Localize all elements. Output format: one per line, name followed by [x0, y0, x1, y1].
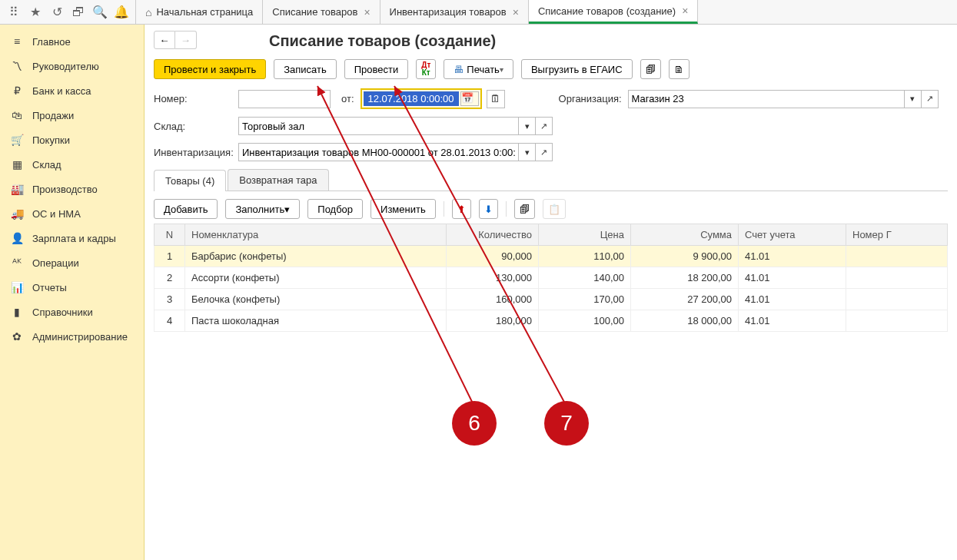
history-icon[interactable]: ↺	[46, 2, 68, 23]
tab-label: Списание товаров (создание)	[538, 5, 676, 17]
tab-tare[interactable]: Возвратная тара	[228, 169, 328, 191]
col-gtd[interactable]: Номер Г	[846, 224, 948, 246]
fill-button[interactable]: Заполнить ▾	[225, 199, 300, 219]
inventory-input[interactable]	[238, 143, 519, 161]
col-account[interactable]: Счет учета	[739, 224, 846, 246]
print-button[interactable]: Печать	[444, 59, 513, 79]
pick-button[interactable]: Подбор	[307, 199, 363, 219]
apps-icon[interactable]: ⠿	[3, 2, 25, 23]
row-number-date-org: Номер: от: 12.07.2018 0:00:00 📅 🗓 Органи…	[154, 88, 948, 109]
person-icon: 👤	[9, 232, 25, 244]
sidebar-item-manager[interactable]: 〽Руководителю	[0, 54, 144, 78]
col-sum[interactable]: Сумма	[631, 224, 739, 246]
org-label: Организация:	[559, 93, 622, 104]
sidebar-item-bank[interactable]: ₽Банк и касса	[0, 78, 144, 103]
tab-home[interactable]: Начальная страница	[136, 0, 263, 24]
open-icon[interactable]: ↗	[922, 90, 939, 108]
org-input[interactable]	[628, 90, 905, 108]
col-price[interactable]: Цена	[539, 224, 631, 246]
sidebar-label: Покупки	[32, 134, 70, 146]
calendar-alt-icon[interactable]: 🗓	[487, 90, 505, 108]
tab-writeoff-create[interactable]: Списание товаров (создание) ×	[529, 0, 698, 24]
sidebar-item-sales[interactable]: 🛍Продажи	[0, 103, 144, 128]
bell-icon[interactable]: 🔔	[111, 2, 132, 23]
sidebar-item-operations[interactable]: ᴬᴷОперации	[0, 250, 144, 275]
dtkt-button[interactable]: ДтКт	[416, 59, 436, 79]
tab-label: Инвентаризация товаров	[390, 6, 507, 18]
tab-goods[interactable]: Товары (4)	[154, 170, 226, 191]
warehouse-input[interactable]	[238, 117, 519, 135]
date-label: от:	[341, 93, 354, 104]
truck-icon: 🚚	[9, 207, 25, 220]
table-row[interactable]: 1Барбарис (конфеты)90,000110,009 900,004…	[155, 246, 948, 267]
star-icon[interactable]: ★	[25, 2, 46, 23]
main-content: ← → Списание товаров (создание) Провести…	[145, 25, 957, 560]
tab-inventory[interactable]: Инвентаризация товаров ×	[380, 0, 529, 24]
move-up-button[interactable]: ⬆	[452, 199, 471, 219]
sidebar-item-admin[interactable]: ✿Администрирование	[0, 324, 144, 349]
table-row[interactable]: 3Белочка (конфеты)160,000170,0027 200,00…	[155, 289, 948, 310]
open-icon[interactable]: ↗	[536, 117, 553, 135]
annotation-6: 6	[452, 401, 497, 446]
bag-icon: 🛍	[9, 109, 25, 121]
open-icon[interactable]: ↗	[536, 143, 553, 161]
search-icon[interactable]: 🔍	[89, 2, 111, 23]
row-warehouse: Склад: ▾ ↗	[154, 117, 948, 135]
warehouse-label: Склад:	[154, 121, 238, 132]
add-button[interactable]: Добавить	[154, 199, 218, 219]
table-row[interactable]: 2Ассорти (конфеты)130,000140,0018 200,00…	[155, 267, 948, 289]
sidebar-item-purchases[interactable]: 🛒Покупки	[0, 128, 144, 152]
dtkt-icon: ᴬᴷ	[9, 257, 25, 269]
action-bar: Провести и закрыть Записать Провести ДтК…	[154, 59, 948, 79]
move-down-button[interactable]: ⬇	[479, 199, 498, 219]
back-button[interactable]: ←	[154, 31, 175, 49]
lower-tabs: Товары (4) Возвратная тара	[154, 169, 948, 191]
col-n[interactable]: N	[155, 224, 185, 246]
sidebar-item-assets[interactable]: 🚚ОС и НМА	[0, 201, 144, 226]
copy-button[interactable]: 🗐	[514, 199, 535, 219]
grid-icon: ▦	[9, 158, 25, 171]
page-title: Списание товаров (создание)	[269, 32, 948, 50]
sidebar-label: Склад	[32, 159, 61, 171]
number-input[interactable]	[238, 90, 331, 108]
date-input[interactable]: 12.07.2018 0:00:00	[364, 91, 459, 106]
post-button[interactable]: Провести	[344, 59, 409, 79]
tab-writeoff[interactable]: Списание товаров ×	[263, 0, 380, 24]
dropdown-icon[interactable]: ▾	[905, 90, 922, 108]
separator	[506, 201, 507, 217]
table-row[interactable]: 4Паста шоколадная180,000100,0018 000,004…	[155, 310, 948, 332]
factory-icon: 🏭	[9, 183, 25, 195]
close-icon[interactable]: ×	[682, 5, 688, 17]
col-qty[interactable]: Количество	[447, 224, 539, 246]
calendar-icon[interactable]: 📅	[460, 91, 479, 106]
link-icon[interactable]: 🗗	[68, 2, 89, 23]
sidebar-item-production[interactable]: 🏭Производство	[0, 177, 144, 201]
sidebar-item-references[interactable]: ▮Справочники	[0, 300, 144, 324]
save-button[interactable]: Записать	[274, 59, 337, 79]
egais-button[interactable]: Выгрузить в ЕГАИС	[521, 59, 633, 79]
sidebar-item-reports[interactable]: 📊Отчеты	[0, 275, 144, 300]
date-field-highlight: 12.07.2018 0:00:00 📅	[361, 88, 482, 109]
paste-button[interactable]: 📋	[543, 199, 566, 219]
sidebar-item-main[interactable]: ≡Главное	[0, 29, 144, 54]
tab-bar: Начальная страница Списание товаров × Ин…	[136, 0, 698, 24]
chart-icon: 〽	[9, 60, 25, 72]
tab-label: Списание товаров	[272, 6, 357, 18]
close-icon[interactable]: ×	[513, 6, 519, 18]
col-item[interactable]: Номенклатура	[185, 224, 447, 246]
annotation-7: 7	[544, 401, 589, 446]
tab-label: Начальная страница	[156, 6, 253, 18]
sidebar-item-warehouse[interactable]: ▦Склад	[0, 152, 144, 177]
report-icon-button[interactable]: 🗐	[640, 59, 661, 79]
edit-button[interactable]: Изменить	[371, 199, 436, 219]
sidebar-item-hr[interactable]: 👤Зарплата и кадры	[0, 226, 144, 250]
dropdown-icon[interactable]: ▾	[519, 143, 536, 161]
dropdown-icon[interactable]: ▾	[519, 117, 536, 135]
list-icon-button[interactable]: 🗎	[669, 59, 690, 79]
post-close-button[interactable]: Провести и закрыть	[154, 59, 266, 79]
sidebar-label: Отчеты	[32, 282, 67, 293]
gear-icon: ✿	[9, 330, 25, 343]
sidebar-label: ОС и НМА	[32, 208, 81, 220]
close-icon[interactable]: ×	[364, 6, 370, 18]
forward-button[interactable]: →	[175, 31, 197, 49]
